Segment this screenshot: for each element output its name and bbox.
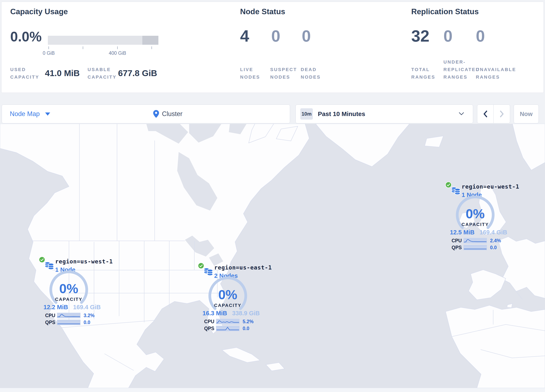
used-capacity-label-line: CAPACITY	[10, 73, 39, 81]
africa-landmass	[446, 305, 545, 388]
label-line: TOTAL	[411, 66, 435, 73]
label-line: NODES	[270, 73, 297, 81]
map-toolbar: Node Map Cluster	[2, 105, 290, 123]
qps-value: 0.0	[490, 245, 497, 250]
total-capacity: 169.4 GiB	[73, 304, 101, 311]
qps-label: QPS	[452, 245, 464, 250]
chevron-down-icon	[459, 112, 464, 116]
qps-value: 0.0	[243, 326, 249, 331]
label-line: UNAVAILABLE	[476, 66, 516, 73]
qps-label: QPS	[204, 326, 216, 331]
label-line: NODES	[240, 73, 260, 81]
cpu-value: 2.4%	[490, 238, 501, 243]
label-line: LIVE	[240, 66, 260, 73]
gauge-caption: CAPACITY	[208, 303, 248, 308]
breadcrumb-label: Cluster	[162, 110, 182, 118]
total-ranges-label: TOTAL RANGES	[411, 66, 435, 81]
now-button[interactable]: Now	[514, 105, 539, 123]
cluster-overview-page: Capacity Usage 0.0% 0 GiB 400 GiB USED C…	[0, 0, 545, 392]
suspect-nodes-count: 0	[271, 26, 280, 46]
time-range-label: Past 10 Minutes	[318, 110, 365, 118]
cpu-label: CPU	[45, 313, 57, 318]
map-pin-icon	[153, 110, 159, 118]
used-capacity: 12.5 MiB	[450, 229, 475, 236]
qps-sparkline	[464, 245, 487, 250]
usable-capacity-label-line: CAPACITY	[87, 73, 117, 81]
database-stack-icon	[44, 261, 54, 271]
database-stack-icon	[203, 267, 213, 277]
greenland-landmass	[316, 124, 409, 167]
gauge-percent: 0%	[49, 281, 89, 296]
page-bottom-strip	[0, 388, 545, 392]
label-line: REPLICATED	[443, 66, 480, 73]
iceland-landmass	[425, 136, 443, 147]
usable-capacity-value: 677.8 GiB	[118, 68, 157, 78]
used-capacity-label: USED CAPACITY	[10, 66, 39, 81]
label-line: SUSPECT	[270, 66, 297, 73]
label-line: RANGES	[443, 73, 480, 81]
view-selector-label: Node Map	[10, 110, 40, 118]
used-capacity: 16.3 MiB	[203, 310, 227, 317]
region-label: region=eu-west-1	[462, 183, 519, 190]
label-line: NODES	[301, 73, 321, 81]
unavailable-ranges-label: UNAVAILABLE RANGES	[476, 66, 516, 81]
capacity-tick	[83, 46, 83, 49]
label-line: RANGES	[476, 73, 516, 81]
cpu-label: CPU	[204, 319, 216, 324]
qps-sparkline	[216, 326, 240, 331]
total-capacity: 169.4 GiB	[480, 229, 507, 236]
island	[507, 304, 512, 308]
capacity-tick-label: 400 GiB	[101, 50, 134, 56]
time-back-button[interactable]	[477, 105, 494, 123]
time-window-arrows	[477, 105, 510, 123]
database-stack-icon	[451, 186, 461, 196]
chevron-down-icon	[45, 112, 50, 116]
node-status-title: Node Status	[240, 7, 285, 16]
capacity-bar	[48, 36, 158, 45]
capacity-percent: 0.0%	[10, 29, 42, 44]
qps-value: 0.0	[84, 320, 90, 325]
cpu-value: 3.2%	[84, 313, 94, 318]
border-line	[516, 292, 522, 299]
cpu-sparkline	[57, 313, 81, 318]
dead-nodes-label: DEAD NODES	[301, 66, 321, 81]
dead-nodes-count: 0	[302, 26, 311, 46]
hispaniola-landmass	[266, 362, 285, 371]
gauge-caption: CAPACITY	[49, 297, 89, 302]
view-selector-dropdown[interactable]: Node Map	[10, 105, 50, 123]
capacity-tick-label: 0 GiB	[32, 50, 65, 56]
cpu-sparkline	[216, 319, 240, 324]
live-nodes-count: 4	[240, 26, 249, 46]
qps-sparkline	[57, 320, 81, 325]
time-range-selector[interactable]: 10m Past 10 Minutes	[296, 105, 473, 123]
capacity-tick	[151, 46, 152, 49]
capacity-tick	[49, 46, 49, 49]
gauge-percent: 0%	[208, 287, 248, 302]
time-forward-button[interactable]	[494, 105, 510, 123]
total-ranges-count: 32	[411, 26, 429, 46]
gauge-caption: CAPACITY	[455, 222, 495, 227]
time-range-badge: 10m	[300, 108, 313, 120]
total-capacity: 338.9 GiB	[232, 310, 260, 317]
scandinavia-landmass	[512, 124, 545, 170]
cpu-sparkline	[464, 238, 487, 243]
unavailable-ranges-count: 0	[476, 26, 485, 46]
used-capacity: 12.2 MiB	[43, 304, 68, 311]
label-line: RANGES	[411, 73, 435, 81]
used-capacity-label-line: USED	[10, 66, 39, 73]
node-map[interactable]: region=us-west-1 1 Node 0% CAPACITY 12.2…	[0, 124, 545, 388]
cuba-landmass	[222, 348, 260, 362]
under-replicated-count: 0	[443, 26, 452, 46]
used-capacity-value: 41.0 MiB	[45, 68, 80, 78]
replication-status-title: Replication Status	[411, 7, 479, 16]
capacity-usage-title: Capacity Usage	[10, 7, 68, 16]
under-replicated-label: UNDER- REPLICATED RANGES	[443, 58, 480, 81]
usable-capacity-label: USABLE CAPACITY	[87, 66, 117, 81]
suspect-nodes-label: SUSPECT NODES	[270, 66, 297, 81]
live-nodes-label: LIVE NODES	[240, 66, 260, 81]
capacity-tick	[117, 46, 118, 49]
breadcrumb[interactable]: Cluster	[153, 105, 182, 123]
qps-label: QPS	[45, 320, 57, 325]
cpu-label: CPU	[452, 238, 464, 243]
region-label: region=us-east-1	[214, 264, 272, 271]
